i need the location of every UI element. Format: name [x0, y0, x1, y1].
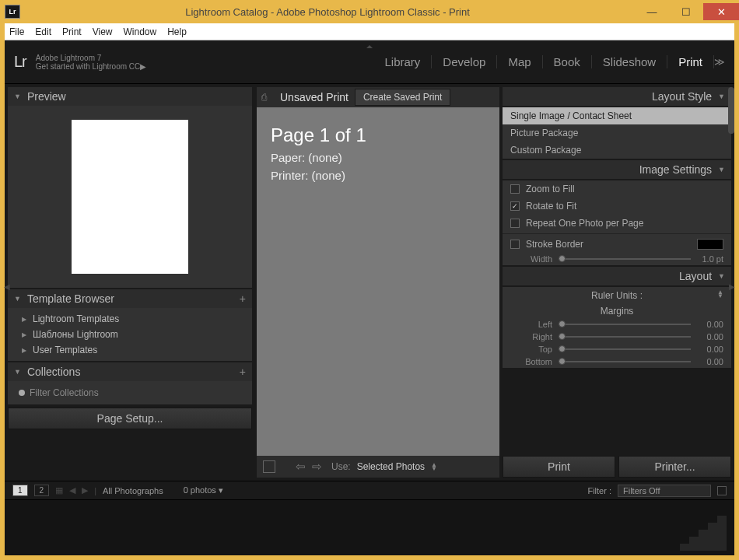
- preview-page: [72, 120, 188, 274]
- photo-count[interactable]: 0 photos ▾: [184, 485, 223, 495]
- filmstrip-toolbar: 1 2 ▦ ◀ ▶ | All Photographs 0 photos ▾ F…: [5, 481, 734, 499]
- rotate-to-fit-checkbox[interactable]: [510, 201, 520, 211]
- margin-right-label: Right: [510, 332, 552, 341]
- layout-style-option[interactable]: Custom Package: [503, 142, 731, 159]
- print-button[interactable]: Print: [503, 456, 615, 478]
- repeat-photo-checkbox[interactable]: [510, 219, 520, 228]
- page-counter: Page 1 of 1: [271, 124, 485, 146]
- chevron-down-icon: ▼: [14, 368, 21, 376]
- template-folder[interactable]: ▶Шаблоны Lightroom: [8, 327, 252, 342]
- scrollbar[interactable]: [728, 87, 734, 134]
- margins-label: Margins: [503, 304, 731, 318]
- ruler-units-dropdown[interactable]: Ruler Units : ▲▼: [503, 287, 731, 304]
- titlebar: Lr Lightroom Catalog - Adobe Photoshop L…: [0, 0, 739, 23]
- add-template-icon[interactable]: +: [240, 292, 246, 305]
- zoom-to-fill-checkbox[interactable]: [510, 184, 520, 194]
- menu-view[interactable]: View: [93, 26, 113, 37]
- chevron-down-icon: ▼: [718, 166, 725, 173]
- filter-label: Filter :: [587, 486, 611, 495]
- chevron-down-icon: ▼: [718, 93, 725, 100]
- collections-header[interactable]: ▼ Collections +: [8, 362, 252, 381]
- margin-right-slider[interactable]: [559, 336, 691, 338]
- stroke-border-checkbox[interactable]: [510, 240, 520, 249]
- view-secondary-button[interactable]: 2: [34, 485, 50, 496]
- layout-style-option[interactable]: Single Image / Contact Sheet: [503, 107, 731, 124]
- source-label[interactable]: All Photographs: [103, 486, 163, 495]
- identity-subtitle: Adobe Lightroom 7: [36, 54, 147, 62]
- image-settings-header[interactable]: Image Settings ▼: [503, 160, 731, 179]
- printer-button[interactable]: Printer...: [618, 456, 731, 478]
- module-book[interactable]: Book: [543, 55, 592, 68]
- left-panel: ◀ ▼ Preview ▼ Template Browser + ▶Lightr…: [5, 84, 255, 481]
- stroke-color-swatch[interactable]: [697, 239, 723, 250]
- layout-style-header[interactable]: Layout Style ▼: [503, 87, 731, 106]
- stroke-width-value: 1.0 pt: [697, 254, 723, 264]
- printer-info: Printer: (none): [271, 169, 485, 182]
- app-icon: Lr: [5, 5, 20, 19]
- margin-top-value: 0.00: [697, 345, 723, 354]
- margin-top-slider[interactable]: [559, 348, 691, 350]
- filter-dropdown[interactable]: Filters Off: [618, 485, 711, 497]
- template-folder[interactable]: ▶User Templates: [8, 342, 252, 358]
- left-collapse-icon[interactable]: ◀: [4, 282, 10, 291]
- template-browser-title: Template Browser: [27, 292, 114, 305]
- module-overflow-icon[interactable]: ≫: [714, 56, 725, 68]
- add-collection-icon[interactable]: +: [240, 366, 246, 378]
- module-develop[interactable]: Develop: [432, 55, 497, 68]
- create-saved-print-button[interactable]: Create Saved Print: [355, 89, 450, 106]
- dropdown-icon: ▲▼: [717, 290, 723, 298]
- next-page-icon[interactable]: ⇨: [312, 460, 322, 474]
- margin-bottom-slider[interactable]: [559, 361, 691, 362]
- app-header: Lr Adobe Lightroom 7 Get started with Li…: [5, 40, 734, 84]
- chevron-right-icon: ▶: [22, 331, 26, 338]
- unsaved-print-label: Unsaved Print: [280, 91, 348, 103]
- zoom-to-fill-label: Zoom to Fill: [526, 184, 575, 194]
- stroke-width-label: Width: [510, 254, 552, 264]
- view-primary-button[interactable]: 1: [12, 485, 28, 496]
- template-browser-header[interactable]: ▼ Template Browser +: [8, 289, 252, 308]
- module-library[interactable]: Library: [373, 55, 432, 68]
- selection-toggle[interactable]: [263, 460, 275, 473]
- menu-edit[interactable]: Edit: [35, 26, 51, 37]
- image-settings-title: Image Settings: [639, 163, 712, 176]
- printer-icon: ⎙: [261, 92, 274, 103]
- layout-header[interactable]: Layout ▼: [503, 267, 731, 285]
- stroke-width-slider[interactable]: [559, 258, 691, 260]
- identity-plate[interactable]: Get started with Lightroom CC ▶: [36, 62, 147, 71]
- menu-file[interactable]: File: [9, 26, 24, 37]
- stroke-border-label: Stroke Border: [526, 239, 583, 250]
- margin-left-slider[interactable]: [559, 324, 691, 325]
- nav-back-icon[interactable]: ◀: [69, 485, 75, 495]
- menu-print[interactable]: Print: [62, 26, 82, 37]
- grid-icon[interactable]: ▦: [55, 485, 63, 495]
- close-button[interactable]: ✕: [703, 3, 739, 20]
- page-setup-button[interactable]: Page Setup...: [8, 408, 252, 429]
- window-title: Lightroom Catalog - Adobe Photoshop Ligh…: [20, 6, 635, 18]
- use-dropdown[interactable]: Selected Photos: [357, 461, 425, 472]
- print-canvas[interactable]: Page 1 of 1 Paper: (none) Printer: (none…: [257, 107, 499, 456]
- module-slideshow[interactable]: Slideshow: [592, 55, 667, 68]
- layout-style-option[interactable]: Picture Package: [503, 124, 731, 142]
- menubar: File Edit Print View Window Help: [5, 23, 734, 40]
- nav-forward-icon[interactable]: ▶: [82, 485, 88, 495]
- margin-bottom-value: 0.00: [697, 357, 723, 366]
- filter-collections-input[interactable]: Filter Collections: [8, 384, 252, 401]
- preview-panel-header[interactable]: ▼ Preview: [8, 87, 252, 106]
- watermark: [680, 516, 727, 551]
- margin-right-value: 0.00: [697, 332, 723, 341]
- chevron-right-icon: ▶: [22, 316, 26, 323]
- template-folder[interactable]: ▶Lightroom Templates: [8, 311, 252, 327]
- prev-page-icon[interactable]: ⇦: [296, 460, 306, 474]
- menu-help[interactable]: Help: [167, 26, 187, 37]
- filter-lock-icon[interactable]: [717, 486, 727, 495]
- chevron-right-icon: ▶: [22, 347, 26, 354]
- filmstrip[interactable]: [5, 499, 734, 555]
- margin-top-label: Top: [510, 345, 552, 354]
- chevron-down-icon: ▼: [14, 295, 21, 303]
- maximize-button[interactable]: ☐: [669, 3, 703, 20]
- menu-window[interactable]: Window: [124, 26, 157, 37]
- margin-left-value: 0.00: [697, 320, 723, 329]
- minimize-button[interactable]: —: [635, 3, 669, 20]
- module-map[interactable]: Map: [497, 55, 542, 68]
- module-print[interactable]: Print: [667, 55, 714, 68]
